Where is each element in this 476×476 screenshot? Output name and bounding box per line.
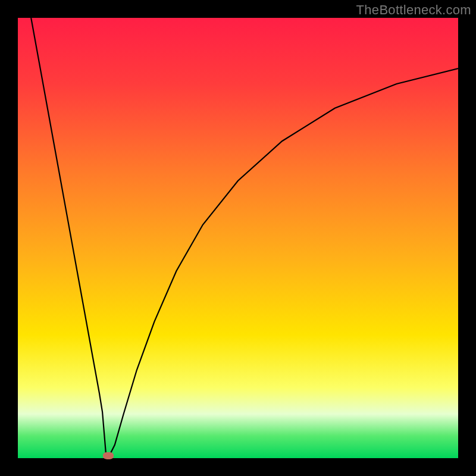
bottleneck-curve (18, 18, 458, 458)
optimal-point-marker (103, 452, 114, 459)
watermark-text: TheBottleneck.com (356, 2, 471, 18)
chart-plot-area (18, 18, 458, 458)
curve-path (31, 18, 458, 454)
chart-frame: TheBottleneck.com (0, 0, 476, 476)
